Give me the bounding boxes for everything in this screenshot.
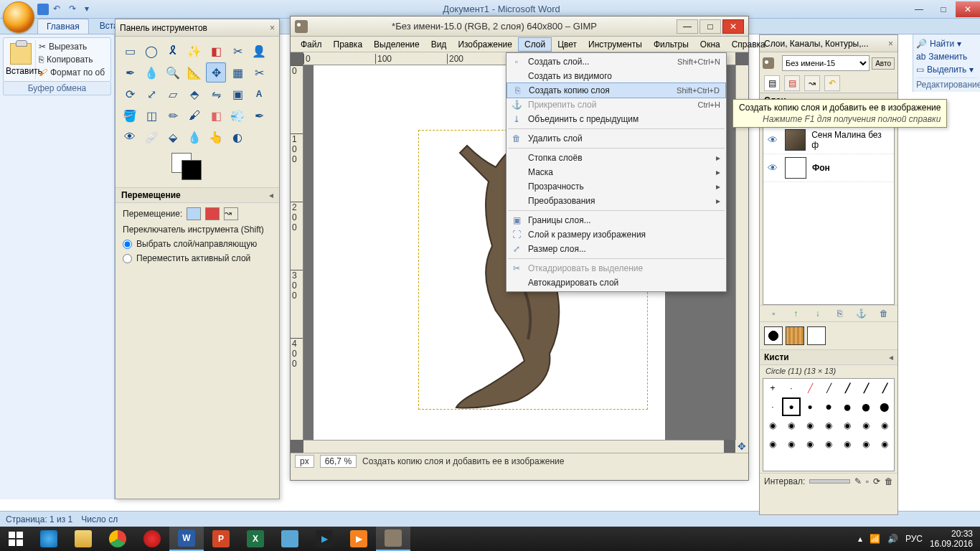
perspective-clone-tool[interactable]: ⬙ [163, 127, 183, 147]
fuzzy-select-tool[interactable]: ✨ [184, 41, 204, 61]
close-button[interactable]: ✕ [956, 1, 980, 17]
unit-selector[interactable]: px [295, 455, 314, 468]
by-color-select-tool[interactable]: ◧ [206, 41, 226, 61]
menu-select[interactable]: Выделение [368, 38, 425, 51]
maximize-button[interactable]: □ [931, 1, 956, 17]
taskbar-excel[interactable]: X [238, 527, 273, 551]
move-selection-icon[interactable] [205, 207, 220, 220]
menu-view[interactable]: Вид [425, 38, 453, 51]
taskbar-powerpoint[interactable]: P [204, 527, 238, 551]
toolbox-header[interactable]: Панель инструментов × [116, 19, 279, 37]
tray-clock[interactable]: 20:33 16.09.2016 [930, 529, 973, 550]
menu-transform[interactable]: Преобразования▸ [507, 194, 726, 208]
brushes-menu-icon[interactable]: ◂ [889, 352, 893, 362]
interval-slider[interactable] [809, 479, 850, 484]
brush-new-icon[interactable]: ▫ [866, 476, 869, 486]
measure-tool[interactable]: 📐 [184, 62, 204, 83]
horizontal-scrollbar[interactable] [303, 440, 724, 453]
channels-tab-icon[interactable]: ▤ [784, 75, 800, 91]
menu-autocrop[interactable]: Автокадрировать слой [507, 276, 726, 290]
menu-transparency[interactable]: Прозрачность▸ [507, 179, 726, 194]
foreground-color[interactable] [182, 160, 202, 180]
brush-refresh-icon[interactable]: ⟳ [873, 476, 880, 486]
layer-list[interactable]: 👁 Сеня Малина без ф 👁 Фон [763, 126, 895, 305]
menu-from-visible[interactable]: Создать из видимого [507, 69, 726, 83]
shear-tool[interactable]: ▱ [163, 84, 183, 104]
taskbar-chrome[interactable] [100, 527, 135, 551]
swatch-wood[interactable] [786, 326, 804, 345]
gimp-maximize-button[interactable]: □ [699, 19, 721, 34]
foreground-select-tool[interactable]: 👤 [249, 41, 269, 61]
radio-move-active[interactable] [123, 254, 132, 263]
select-button[interactable]: ▭Выделить ▾ [916, 63, 977, 76]
zoom-tool[interactable]: 🔍 [163, 62, 183, 83]
eraser-tool[interactable]: ◧ [206, 105, 226, 126]
undo-tab-icon[interactable]: ↶ [824, 75, 840, 91]
brush-grid[interactable]: +·╱╱╱╱╱ ·●●●●●● ◉◉◉◉◉◉◉ ◉◉◉◉◉◉◉ [763, 378, 895, 471]
menu-new-layer[interactable]: ▫Создать слой...Shift+Ctrl+N [507, 55, 726, 69]
tab-home[interactable]: Главная [37, 19, 89, 34]
auto-button[interactable]: Авто [872, 57, 895, 70]
move-path-icon[interactable]: ↝ [224, 207, 238, 220]
menu-filters[interactable]: Фильтры [648, 38, 694, 51]
page-status[interactable]: Страница: 1 из 1 [6, 514, 72, 524]
layer-row-1[interactable]: 👁 Сеня Малина без ф [763, 126, 894, 154]
tray-lang[interactable]: РУС [905, 534, 923, 544]
cut-button[interactable]: ✂Вырезать [39, 40, 108, 53]
office-button[interactable] [3, 1, 34, 33]
paths-tool[interactable]: ✒ [120, 62, 140, 83]
new-layer-button[interactable]: ▫ [767, 309, 780, 319]
gimp-minimize-button[interactable]: — [677, 19, 698, 34]
visibility-icon[interactable]: 👁 [768, 162, 779, 174]
color-picker-tool[interactable]: 💧 [141, 62, 161, 83]
menu-tools[interactable]: Инструменты [583, 38, 648, 51]
zoom-field[interactable]: 66,7 % [320, 455, 357, 468]
undo-icon[interactable]: ↶ [53, 4, 65, 15]
bucket-fill-tool[interactable]: 🪣 [120, 105, 140, 126]
visibility-icon[interactable]: 👁 [768, 134, 779, 146]
menu-mask[interactable]: Маска▸ [507, 165, 726, 179]
minimize-button[interactable]: — [907, 1, 931, 17]
free-select-tool[interactable]: 🎗 [163, 41, 183, 61]
menu-help[interactable]: Справка [726, 38, 771, 51]
taskbar-ie[interactable] [32, 527, 66, 551]
perspective-tool[interactable]: ⬘ [184, 84, 204, 104]
taskbar-opera[interactable] [135, 527, 169, 551]
move-layer-icon[interactable] [187, 207, 201, 220]
paintbrush-tool[interactable]: 🖌 [184, 105, 204, 126]
paste-button[interactable]: Вставить [6, 40, 36, 79]
taskbar-word[interactable]: W [169, 527, 204, 551]
menu-edit[interactable]: Правка [328, 38, 369, 51]
delete-layer-button[interactable]: 🗑 [877, 309, 890, 319]
menu-scale-layer[interactable]: ⤢Размер слоя... [507, 242, 726, 256]
dock-titlebar[interactable]: Слои, Каналы, Контуры,... × [760, 35, 897, 52]
heal-tool[interactable]: 🩹 [141, 127, 161, 147]
menu-merge-down[interactable]: ⤓Объединить с предыдущим [507, 112, 726, 126]
blur-tool[interactable]: 💧 [184, 127, 204, 147]
taskbar-explorer[interactable] [66, 527, 100, 551]
radio-pick-layer[interactable] [123, 240, 132, 249]
paths-tab-icon[interactable]: ↝ [804, 75, 820, 91]
start-button[interactable] [0, 527, 32, 551]
duplicate-layer-button[interactable]: ⎘ [833, 309, 846, 319]
navigation-icon[interactable]: ✥ [735, 440, 748, 453]
rect-select-tool[interactable]: ▭ [120, 41, 140, 61]
swatch-white[interactable] [807, 326, 826, 345]
save-icon[interactable] [37, 4, 49, 15]
taskbar-media1[interactable]: ▶ [307, 527, 341, 551]
brush-delete-icon[interactable]: 🗑 [885, 476, 893, 486]
tray-up-icon[interactable]: ▴ [858, 534, 862, 544]
toolbox-close-icon[interactable]: × [270, 23, 275, 33]
crop-tool[interactable]: ✂ [249, 62, 269, 83]
swatch-black[interactable] [764, 326, 783, 345]
rotate-tool[interactable]: ⟳ [120, 84, 140, 104]
find-button[interactable]: 🔎Найти ▾ [916, 37, 977, 50]
lower-layer-button[interactable]: ↓ [811, 309, 824, 319]
taskbar-calc[interactable] [273, 527, 307, 551]
smudge-tool[interactable]: 👆 [206, 127, 226, 147]
redo-icon[interactable]: ↷ [69, 4, 80, 15]
dock-close-icon[interactable]: × [888, 39, 893, 49]
format-painter-button[interactable]: 🖌Формат по об [39, 66, 108, 79]
text-tool[interactable]: A [249, 84, 269, 104]
layer-row-2[interactable]: 👁 Фон [763, 154, 894, 182]
